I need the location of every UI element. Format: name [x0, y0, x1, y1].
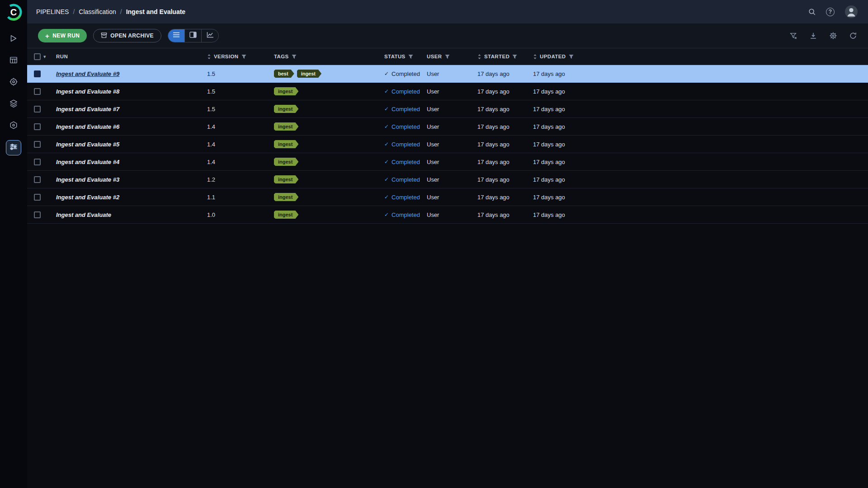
split-view-toggle[interactable] [185, 29, 202, 42]
search-icon[interactable] [808, 8, 816, 16]
help-icon[interactable]: ? [826, 8, 835, 16]
clearml-logo-icon: C [4, 3, 23, 22]
sidebar-item-pipelines[interactable] [6, 140, 21, 155]
run-name-link[interactable]: Ingest and Evaluate #5 [56, 141, 119, 148]
download-icon[interactable] [809, 32, 817, 40]
updated-cell: 17 days ago [529, 211, 588, 218]
tag-ingest[interactable]: ingest [274, 87, 298, 95]
sort-icon[interactable] [477, 54, 481, 60]
sidebar-item-hyper-datasets[interactable] [6, 97, 21, 112]
status-text: Completed [392, 141, 420, 148]
column-header-run[interactable]: RUN [52, 54, 203, 59]
select-all-checkbox[interactable] [34, 53, 41, 60]
table-row[interactable]: Ingest and Evaluate #91.5bestingest✓Comp… [27, 65, 868, 83]
filter-icon[interactable] [445, 54, 450, 59]
row-checkbox[interactable] [34, 106, 41, 113]
table-row[interactable]: Ingest and Evaluate #21.1ingest✓Complete… [27, 188, 868, 206]
sidebar-nav [6, 32, 21, 155]
table-row[interactable]: Ingest and Evaluate1.0ingest✓CompletedUs… [27, 206, 868, 224]
select-dropdown-caret-icon[interactable]: ▾ [43, 54, 46, 60]
column-label-run: RUN [56, 54, 68, 59]
run-name-link[interactable]: Ingest and Evaluate #7 [56, 106, 119, 113]
column-header-user[interactable]: USER [423, 54, 474, 59]
run-name-link[interactable]: Ingest and Evaluate #8 [56, 88, 119, 95]
column-header-tags[interactable]: TAGS [270, 54, 381, 59]
main-area: PIPELINES / Classification / Ingest and … [27, 0, 868, 488]
column-label-status: STATUS [384, 54, 406, 59]
sort-icon[interactable] [533, 54, 537, 60]
tag-ingest[interactable]: ingest [274, 158, 298, 166]
breadcrumb-project[interactable]: Classification [79, 8, 116, 15]
table-row[interactable]: Ingest and Evaluate #41.4ingest✓Complete… [27, 153, 868, 171]
check-icon: ✓ [384, 70, 389, 77]
auto-refresh-icon[interactable] [849, 32, 857, 40]
table-view-toggle[interactable] [168, 29, 185, 42]
row-checkbox[interactable] [34, 194, 41, 201]
tag-ingest[interactable]: ingest [274, 140, 298, 148]
filter-icon[interactable] [512, 54, 517, 59]
filter-icon[interactable] [569, 54, 574, 59]
table-row[interactable]: Ingest and Evaluate #31.2ingest✓Complete… [27, 171, 868, 188]
tag-ingest[interactable]: ingest [274, 122, 298, 131]
settings-icon[interactable] [829, 32, 837, 40]
column-header-version[interactable]: VERSION [203, 54, 270, 60]
split-view-icon [189, 32, 197, 40]
tag-ingest[interactable]: ingest [274, 211, 298, 219]
status-cell: ✓Completed [381, 123, 423, 130]
sidebar-item-datasets[interactable] [6, 53, 21, 69]
open-archive-button[interactable]: OPEN ARCHIVE [93, 29, 161, 42]
sort-icon[interactable] [207, 54, 211, 60]
sidebar-item-projects[interactable] [6, 32, 21, 47]
column-header-status[interactable]: STATUS [381, 54, 423, 59]
filter-reset-icon[interactable] [789, 32, 797, 40]
row-checkbox[interactable] [34, 176, 41, 183]
tags-cell: ingest [270, 211, 381, 219]
run-name-link[interactable]: Ingest and Evaluate #6 [56, 123, 119, 130]
updated-cell: 17 days ago [529, 194, 588, 201]
run-name-link[interactable]: Ingest and Evaluate [56, 211, 111, 218]
row-checkbox[interactable] [34, 211, 41, 218]
run-name-link[interactable]: Ingest and Evaluate #4 [56, 159, 119, 165]
topbar-icons: ? [808, 5, 858, 19]
table-row[interactable]: Ingest and Evaluate #71.5ingest✓Complete… [27, 100, 868, 118]
run-name-cell: Ingest and Evaluate #8 [52, 88, 203, 95]
table-row[interactable]: Ingest and Evaluate #61.4ingest✓Complete… [27, 118, 868, 136]
status-text: Completed [392, 211, 420, 218]
row-checkbox-cell [27, 88, 52, 95]
tag-ingest[interactable]: ingest [274, 193, 298, 201]
table-row[interactable]: Ingest and Evaluate #81.5ingest✓Complete… [27, 83, 868, 100]
row-checkbox[interactable] [34, 123, 41, 130]
filter-icon[interactable] [292, 54, 297, 59]
column-header-updated[interactable]: UPDATED [529, 54, 588, 60]
run-name-link[interactable]: Ingest and Evaluate #9 [56, 70, 119, 77]
version-cell: 1.0 [203, 211, 270, 218]
tag-ingest[interactable]: ingest [274, 175, 298, 183]
archive-icon [101, 32, 107, 40]
run-name-link[interactable]: Ingest and Evaluate #2 [56, 194, 119, 201]
table-row[interactable]: Ingest and Evaluate #51.4ingest✓Complete… [27, 136, 868, 153]
row-checkbox-cell [27, 106, 52, 113]
sidebar-item-automation[interactable] [6, 75, 21, 90]
avatar[interactable] [844, 5, 858, 19]
tag-best[interactable]: best [274, 70, 294, 78]
tags-cell: ingest [270, 140, 381, 148]
view-toggle-group [168, 29, 219, 42]
filter-icon[interactable] [241, 54, 246, 59]
tag-ingest[interactable]: ingest [297, 70, 321, 78]
row-checkbox[interactable] [34, 88, 41, 95]
row-checkbox[interactable] [34, 70, 41, 77]
clearml-logo[interactable]: C [4, 3, 23, 22]
tag-ingest[interactable]: ingest [274, 105, 298, 113]
column-header-started[interactable]: STARTED [474, 54, 529, 60]
chart-view-toggle[interactable] [202, 29, 218, 42]
filter-icon[interactable] [408, 54, 413, 59]
row-checkbox[interactable] [34, 141, 41, 148]
run-name-link[interactable]: Ingest and Evaluate #3 [56, 176, 119, 183]
row-checkbox[interactable] [34, 159, 41, 165]
runs-table: ▾ RUNVERSIONTAGSSTATUSUSERSTARTEDUPDATED… [27, 48, 868, 488]
new-run-button[interactable]: + NEW RUN [38, 29, 87, 42]
status-cell: ✓Completed [381, 88, 423, 95]
sidebar-item-models[interactable] [6, 118, 21, 134]
breadcrumb-pipelines[interactable]: PIPELINES [36, 8, 69, 15]
check-icon: ✓ [384, 159, 389, 165]
